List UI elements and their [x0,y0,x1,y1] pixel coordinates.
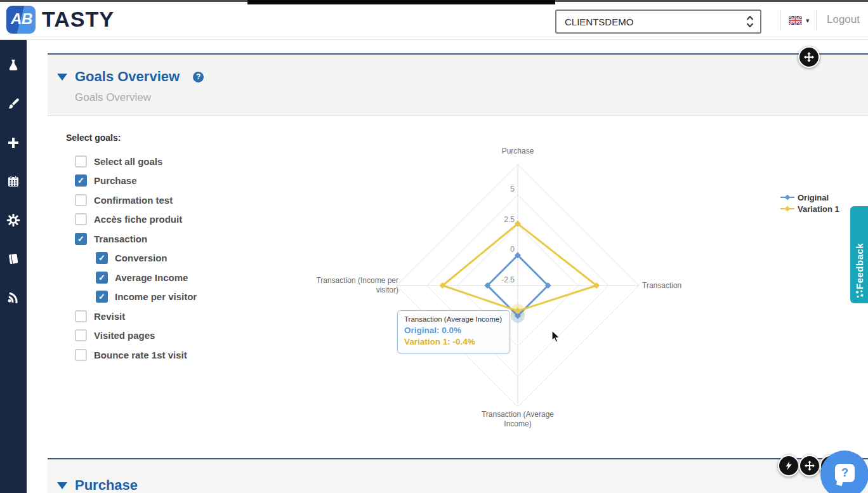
select-goals-label: Select goals: [66,133,121,143]
feedback-label: Feedback [854,206,865,289]
goal-label: Average Income [115,272,188,283]
legend-marker-icon [780,206,794,212]
legend-label: Original [798,193,829,202]
checkbox-checked[interactable]: ✓ [96,252,108,264]
goal-row[interactable]: ✓Purchase [75,171,197,191]
goal-label: Bounce rate 1st visit [94,350,187,360]
logo-letter-b: B [22,10,32,28]
help-widget-button[interactable]: ? [820,450,868,493]
axis-label-transaction: Transaction [642,281,681,291]
goal-label: Confirmation test [94,195,173,206]
goal-label: Revisit [94,311,125,322]
account-selector-value: CLIENTSDEMO [565,16,746,27]
legend-marker-icon [780,194,794,200]
collapse-triangle-icon[interactable] [57,74,67,81]
left-nav-sidebar [0,39,27,493]
logo-letter-a: A [11,10,22,28]
axis-label-transaction-average-income: Transaction (Average Income) [470,410,565,429]
svg-text:-2.5: -2.5 [501,275,515,284]
checkbox-unchecked[interactable] [75,194,87,206]
header-divider [780,11,781,30]
svg-text:0: 0 [510,245,515,254]
goals-overview-subtitle: Goals Overview [75,91,151,104]
gear-icon[interactable] [6,213,20,227]
brush-icon[interactable] [6,97,20,111]
checkbox-checked[interactable]: ✓ [96,291,108,303]
account-selector[interactable]: CLIENTSDEMO [555,10,761,34]
goals-overview-title: Goals Overview [75,69,180,85]
goal-row[interactable]: Confirmation test [75,190,197,210]
goal-row[interactable]: ✓Transaction [75,229,197,249]
goal-label: Visited pages [94,330,155,341]
svg-text:5: 5 [510,185,515,194]
goal-row[interactable]: Revisit [75,306,197,326]
axis-label-transaction-income-per-visitor: Transaction (Income per visitor) [293,276,398,295]
goal-row[interactable]: ✓Average Income [96,268,197,287]
checkbox-unchecked[interactable] [75,155,87,168]
book-icon[interactable] [6,252,20,266]
chart-tooltip: Transaction (Average Income) Original: 0… [397,310,510,353]
checkbox-unchecked[interactable] [75,310,87,322]
brand-title: TASTY [42,7,114,32]
purchase-section-header: Purchase [48,459,868,493]
checkbox-unchecked[interactable] [75,329,87,341]
header-divider [816,11,817,30]
checkbox-unchecked[interactable] [75,349,87,361]
checkbox-unchecked[interactable] [75,213,87,225]
goal-label: Transaction [94,233,147,244]
molecule-icon [855,289,864,299]
caret-down-icon: ▾ [806,16,810,25]
flask-icon[interactable] [6,58,20,72]
move-arrows-icon [803,51,815,63]
flash-annotation-button[interactable] [778,455,799,477]
plus-icon[interactable] [6,136,20,150]
checkbox-checked[interactable]: ✓ [96,272,108,284]
tooltip-row: Original: 0.0% [404,325,503,336]
top-black-bar [247,0,555,4]
goal-label: Purchase [94,175,137,186]
goal-row[interactable]: Bounce rate 1st visit [75,345,197,365]
feedback-tab[interactable]: Feedback [850,206,868,303]
abtasty-logo-icon[interactable]: A B [6,6,36,34]
goal-row[interactable]: ✓Conversion [96,249,197,268]
select-chevrons-icon [746,15,754,29]
goal-label: Accès fiche produit [94,214,182,225]
app-header: A B TASTY CLIENTSDEMO ▾ Logout [0,0,868,40]
checkbox-checked[interactable]: ✓ [75,174,87,187]
calendar-icon[interactable] [6,174,20,188]
move-annotation-button[interactable] [799,455,820,477]
question-mark-icon: ? [835,464,855,482]
goal-label: Conversion [115,253,168,263]
checkbox-checked[interactable]: ✓ [75,233,87,245]
uk-flag-icon [789,16,802,25]
rss-icon[interactable] [6,291,20,305]
goals-list: Select all goals✓PurchaseConfirmation te… [75,152,197,365]
logout-link[interactable]: Logout [827,13,860,26]
legend-item[interactable]: Variation 1 [780,203,839,214]
tooltip-title: Transaction (Average Income) [404,315,503,323]
svg-text:2.5: 2.5 [504,215,515,224]
lightning-icon [784,461,794,471]
move-arrows-icon [804,460,815,471]
legend-item[interactable]: Original [780,192,839,203]
goals-overview-header: Goals Overview ? Goals Overview [48,55,868,116]
move-annotation-button[interactable] [798,46,820,68]
chart-legend: OriginalVariation 1 [780,192,839,214]
purchase-title: Purchase [75,477,138,493]
goal-label: Select all goals [94,156,162,167]
goal-row[interactable]: Select all goals [75,152,197,171]
goal-row[interactable]: ✓Income per visitor [96,287,197,307]
help-icon[interactable]: ? [193,72,204,82]
tooltip-row: Variation 1: -0.4% [404,336,503,348]
legend-label: Variation 1 [798,204,839,214]
goal-label: Income per visitor [115,291,197,302]
language-selector[interactable]: ▾ [789,16,810,25]
mouse-cursor [551,330,562,344]
goal-row[interactable]: Visited pages [75,326,197,346]
axis-label-purchase: Purchase [486,147,549,156]
goal-row[interactable]: Accès fiche produit [75,210,197,230]
collapse-triangle-icon[interactable] [57,482,67,489]
